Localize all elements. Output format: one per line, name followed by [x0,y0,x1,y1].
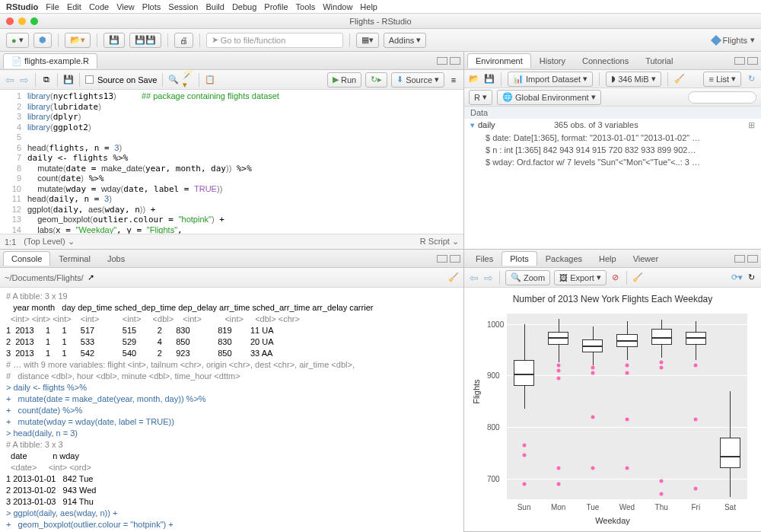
save-workspace-icon[interactable]: 💾 [484,74,495,84]
minimize-window-button[interactable] [18,18,26,25]
menu-window[interactable]: Window [323,2,352,11]
refresh-env-icon[interactable]: ↻ [746,74,756,84]
clear-plots-icon[interactable]: 🧹 [632,272,643,283]
minimize-pane-icon[interactable] [734,57,745,65]
minimize-pane-icon[interactable] [734,255,745,263]
clear-workspace-icon[interactable]: 🧹 [674,74,685,84]
tab-viewer[interactable]: Viewer [625,251,667,266]
menu-plots[interactable]: Plots [142,2,161,11]
project-menu[interactable]: Flights ▾ [712,35,755,45]
window-titlebar: Flights - RStudio [0,14,761,29]
source-file-tab[interactable]: 📄 flights-example.R [3,53,97,68]
menu-view[interactable]: View [116,2,135,11]
outlier-point [660,492,664,496]
find-replace-icon[interactable]: 🔍 [168,75,179,85]
maximize-pane-icon[interactable] [450,255,460,263]
menu-file[interactable]: File [46,2,59,11]
open-file-button[interactable]: 📂▾ [65,33,91,48]
outlier-point [626,467,629,470]
print-button[interactable]: 🖨 [174,33,193,48]
maximize-pane-icon[interactable] [747,57,758,65]
prev-plot-button[interactable]: ⇦ [469,272,479,283]
list-view-button[interactable]: ≡ List ▾ [703,72,741,87]
tab-terminal[interactable]: Terminal [50,251,99,266]
outlier-point [660,479,664,483]
menu-profile[interactable]: Profile [264,2,288,11]
outline-icon[interactable]: ≡ [448,75,459,85]
save-all-button[interactable]: 💾💾 [129,33,161,48]
save-button[interactable]: 💾 [103,33,125,48]
scope-indicator[interactable]: (Top Level) ⌄ [24,237,74,247]
tab-environment[interactable]: Environment [467,53,531,68]
plot-ylabel: Flights [472,379,481,403]
file-type-indicator[interactable]: R Script ⌄ [420,237,459,247]
show-in-new-window-icon[interactable]: ⧉ [41,75,52,85]
source-button[interactable]: ⬇Source ▾ [391,72,444,88]
tab-console[interactable]: Console [3,251,50,266]
y-tick: 900 [487,371,500,380]
clear-console-icon[interactable]: 🧹 [448,272,459,283]
tab-jobs[interactable]: Jobs [99,251,133,266]
menu-debug[interactable]: Debug [232,2,256,11]
export-plot-button[interactable]: 🖼 Export ▾ [554,270,607,285]
plots-tabbar: Files Plots Packages Help Viewer [464,250,761,268]
outlier-point [626,363,629,367]
zoom-plot-button[interactable]: 🔍 Zoom [505,270,550,285]
env-content: Data ▾daily365 obs. of 3 variables⊞$ dat… [464,107,761,249]
menu-session[interactable]: Session [168,2,198,11]
workspace-panes-button[interactable]: ▦▾ [356,33,379,48]
console-path: ~/Documents/Flights/ [5,273,84,282]
language-scope[interactable]: R ▾ [469,90,492,105]
forward-button[interactable]: ⇨ [19,75,30,85]
tab-connections[interactable]: Connections [574,53,637,68]
outlier-point [556,482,560,486]
traffic-lights [6,18,38,25]
publish-plot-icon[interactable]: ⟳▾ [731,272,742,283]
close-window-button[interactable] [6,18,14,25]
minimize-pane-icon[interactable] [437,255,447,263]
code-tools-icon[interactable]: 🪄▾ [183,75,193,85]
menu-help[interactable]: Help [360,2,377,11]
console-output[interactable]: # A tibble: 3 x 19 year month day dep_ti… [0,288,463,532]
env-section-data: Data [464,107,761,119]
console-popout-icon[interactable]: ➚ [88,272,94,282]
source-on-save-checkbox[interactable] [85,75,94,84]
env-object-row[interactable]: ▾daily365 obs. of 3 variables⊞ [464,119,761,132]
refresh-plot-icon[interactable]: ↻ [746,272,756,283]
tab-help[interactable]: Help [591,251,625,266]
new-project-button[interactable]: ⬢ [33,33,52,48]
minimize-pane-icon[interactable] [437,57,447,65]
outlier-point [694,487,698,491]
import-dataset-button[interactable]: 📊 Import Dataset ▾ [508,72,593,87]
new-file-button[interactable]: ●▾ [6,33,29,48]
tab-history[interactable]: History [531,53,574,68]
tab-tutorial[interactable]: Tutorial [637,53,681,68]
environment-scope[interactable]: 🌐 Global Environment ▾ [497,90,601,105]
menu-edit[interactable]: Edit [67,2,81,11]
rerun-button[interactable]: ↻▸ [365,72,387,88]
compile-report-icon[interactable]: 📋 [205,75,215,85]
zoom-window-button[interactable] [30,18,38,25]
macos-menubar: RStudio File Edit Code View Plots Sessio… [0,0,761,14]
outlier-point [694,363,698,367]
memory-usage[interactable]: ◗ 346 MiB ▾ [606,72,661,87]
back-button[interactable]: ⇦ [5,75,15,85]
search-environment-input[interactable] [688,91,756,104]
menu-code[interactable]: Code [89,2,109,11]
next-plot-button[interactable]: ⇨ [483,272,494,283]
tab-packages[interactable]: Packages [537,251,591,266]
maximize-pane-icon[interactable] [747,255,758,263]
tab-plots[interactable]: Plots [501,251,537,266]
run-button[interactable]: ▶Run [327,72,361,88]
outlier-point [556,467,560,470]
save-file-button[interactable]: 💾 [63,75,74,85]
code-editor[interactable]: 1library(nycflights13) ## package contai… [0,90,463,234]
tab-files[interactable]: Files [467,251,501,266]
addins-button[interactable]: Addins ▾ [384,33,427,48]
maximize-pane-icon[interactable] [450,57,460,65]
remove-plot-icon[interactable]: ⊘ [610,272,621,283]
menu-tools[interactable]: Tools [296,2,316,11]
menu-build[interactable]: Build [205,2,224,11]
goto-file-input[interactable]: ➤ Go to file/function [206,33,343,48]
load-workspace-icon[interactable]: 📂 [469,74,479,84]
